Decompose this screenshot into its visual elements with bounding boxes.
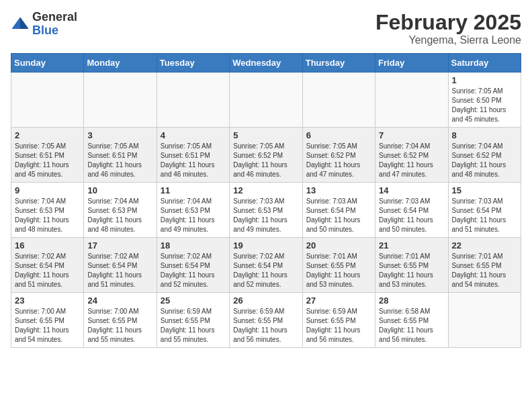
day-number: 11	[161, 185, 226, 195]
calendar-cell	[157, 73, 229, 128]
calendar-cell	[84, 73, 157, 128]
calendar-cell	[375, 73, 448, 128]
calendar-cell: 3Sunrise: 7:05 AMSunset: 6:51 PMDaylight…	[84, 128, 157, 183]
calendar-cell: 14Sunrise: 7:03 AMSunset: 6:54 PMDayligh…	[375, 183, 448, 238]
calendar-cell	[11, 73, 84, 128]
calendar-cell: 15Sunrise: 7:03 AMSunset: 6:54 PMDayligh…	[448, 183, 521, 238]
calendar-cell: 28Sunrise: 6:58 AMSunset: 6:55 PMDayligh…	[375, 293, 448, 348]
day-number: 3	[87, 130, 152, 140]
day-number: 24	[87, 295, 152, 306]
day-info: Sunrise: 7:03 AMSunset: 6:53 PMDaylight:…	[233, 197, 298, 234]
calendar-cell: 19Sunrise: 7:02 AMSunset: 6:54 PMDayligh…	[230, 238, 302, 293]
day-number: 17	[87, 240, 152, 250]
day-number: 19	[233, 240, 298, 250]
day-info: Sunrise: 7:00 AMSunset: 6:55 PMDaylight:…	[87, 307, 152, 345]
day-number: 12	[233, 185, 298, 195]
day-info: Sunrise: 7:05 AMSunset: 6:51 PMDaylight:…	[161, 142, 226, 179]
day-number: 4	[161, 130, 226, 140]
calendar-cell	[302, 73, 375, 128]
calendar-cell: 12Sunrise: 7:03 AMSunset: 6:53 PMDayligh…	[230, 183, 302, 238]
day-info: Sunrise: 7:03 AMSunset: 6:54 PMDaylight:…	[306, 197, 371, 234]
day-info: Sunrise: 7:03 AMSunset: 6:54 PMDaylight:…	[452, 197, 517, 234]
weekday-header: Wednesday	[230, 54, 302, 73]
calendar-cell: 18Sunrise: 7:02 AMSunset: 6:54 PMDayligh…	[157, 238, 229, 293]
day-number: 2	[15, 130, 80, 140]
calendar-cell: 16Sunrise: 7:02 AMSunset: 6:54 PMDayligh…	[11, 238, 84, 293]
day-number: 21	[379, 240, 444, 250]
day-info: Sunrise: 6:59 AMSunset: 6:55 PMDaylight:…	[161, 307, 226, 345]
day-number: 1	[452, 75, 517, 85]
calendar-cell: 6Sunrise: 7:05 AMSunset: 6:52 PMDaylight…	[302, 128, 375, 183]
day-info: Sunrise: 7:00 AMSunset: 6:55 PMDaylight:…	[15, 307, 80, 345]
calendar-cell: 7Sunrise: 7:04 AMSunset: 6:52 PMDaylight…	[375, 128, 448, 183]
calendar-week-row: 1Sunrise: 7:05 AMSunset: 6:50 PMDaylight…	[11, 73, 521, 128]
day-info: Sunrise: 7:05 AMSunset: 6:52 PMDaylight:…	[306, 142, 371, 179]
weekday-header: Thursday	[302, 54, 375, 73]
calendar-cell	[230, 73, 302, 128]
calendar-cell: 11Sunrise: 7:04 AMSunset: 6:53 PMDayligh…	[157, 183, 229, 238]
weekday-header: Friday	[375, 54, 448, 73]
day-info: Sunrise: 6:59 AMSunset: 6:55 PMDaylight:…	[233, 307, 298, 345]
calendar-week-row: 23Sunrise: 7:00 AMSunset: 6:55 PMDayligh…	[11, 293, 521, 348]
day-info: Sunrise: 7:05 AMSunset: 6:51 PMDaylight:…	[87, 142, 152, 179]
day-info: Sunrise: 7:02 AMSunset: 6:54 PMDaylight:…	[161, 252, 226, 289]
logo-blue: Blue	[32, 24, 77, 38]
day-number: 22	[452, 240, 517, 250]
weekday-header: Monday	[84, 54, 157, 73]
calendar-week-row: 2Sunrise: 7:05 AMSunset: 6:51 PMDaylight…	[11, 128, 521, 183]
calendar-cell: 9Sunrise: 7:04 AMSunset: 6:53 PMDaylight…	[11, 183, 84, 238]
day-info: Sunrise: 7:02 AMSunset: 6:54 PMDaylight:…	[87, 252, 152, 289]
day-number: 9	[15, 185, 80, 195]
logo-text: General Blue	[32, 11, 77, 38]
weekday-header: Saturday	[448, 54, 521, 73]
calendar-cell: 10Sunrise: 7:04 AMSunset: 6:53 PMDayligh…	[84, 183, 157, 238]
day-info: Sunrise: 7:04 AMSunset: 6:52 PMDaylight:…	[452, 142, 517, 179]
day-info: Sunrise: 7:04 AMSunset: 6:53 PMDaylight:…	[15, 197, 80, 234]
weekday-header-row: SundayMondayTuesdayWednesdayThursdayFrid…	[11, 54, 521, 73]
day-number: 13	[306, 185, 371, 195]
day-info: Sunrise: 7:02 AMSunset: 6:54 PMDaylight:…	[15, 252, 80, 289]
calendar-cell: 24Sunrise: 7:00 AMSunset: 6:55 PMDayligh…	[84, 293, 157, 348]
calendar-cell: 22Sunrise: 7:01 AMSunset: 6:55 PMDayligh…	[448, 238, 521, 293]
calendar-cell: 17Sunrise: 7:02 AMSunset: 6:54 PMDayligh…	[84, 238, 157, 293]
day-info: Sunrise: 7:01 AMSunset: 6:55 PMDaylight:…	[306, 252, 371, 289]
weekday-header: Tuesday	[157, 54, 229, 73]
day-number: 7	[379, 130, 444, 140]
calendar-cell: 26Sunrise: 6:59 AMSunset: 6:55 PMDayligh…	[230, 293, 302, 348]
calendar-cell: 13Sunrise: 7:03 AMSunset: 6:54 PMDayligh…	[302, 183, 375, 238]
day-number: 8	[452, 130, 517, 140]
day-number: 10	[87, 185, 152, 195]
month-title: February 2025	[375, 11, 521, 34]
calendar-cell	[448, 293, 521, 348]
day-info: Sunrise: 6:59 AMSunset: 6:55 PMDaylight:…	[306, 307, 371, 345]
calendar-cell: 4Sunrise: 7:05 AMSunset: 6:51 PMDaylight…	[157, 128, 229, 183]
page-header: General Blue February 2025 Yengema, Sier…	[11, 11, 521, 46]
location-title: Yengema, Sierra Leone	[375, 34, 521, 46]
day-number: 14	[379, 185, 444, 195]
logo-icon	[11, 15, 30, 34]
svg-marker-1	[20, 17, 29, 29]
calendar-cell: 1Sunrise: 7:05 AMSunset: 6:50 PMDaylight…	[448, 73, 521, 128]
day-info: Sunrise: 7:01 AMSunset: 6:55 PMDaylight:…	[379, 252, 444, 289]
calendar-cell: 5Sunrise: 7:05 AMSunset: 6:52 PMDaylight…	[230, 128, 302, 183]
day-info: Sunrise: 6:58 AMSunset: 6:55 PMDaylight:…	[379, 307, 444, 345]
calendar-table: SundayMondayTuesdayWednesdayThursdayFrid…	[11, 53, 521, 348]
day-info: Sunrise: 7:02 AMSunset: 6:54 PMDaylight:…	[233, 252, 298, 289]
weekday-header: Sunday	[11, 54, 84, 73]
day-number: 5	[233, 130, 298, 140]
day-number: 20	[306, 240, 371, 250]
day-info: Sunrise: 7:05 AMSunset: 6:51 PMDaylight:…	[15, 142, 80, 179]
day-number: 28	[379, 295, 444, 306]
day-info: Sunrise: 7:03 AMSunset: 6:54 PMDaylight:…	[379, 197, 444, 234]
logo: General Blue	[11, 11, 77, 38]
calendar-week-row: 9Sunrise: 7:04 AMSunset: 6:53 PMDaylight…	[11, 183, 521, 238]
day-number: 25	[161, 295, 226, 306]
day-number: 16	[15, 240, 80, 250]
calendar-cell: 27Sunrise: 6:59 AMSunset: 6:55 PMDayligh…	[302, 293, 375, 348]
day-info: Sunrise: 7:04 AMSunset: 6:53 PMDaylight:…	[87, 197, 152, 234]
day-info: Sunrise: 7:05 AMSunset: 6:50 PMDaylight:…	[452, 87, 517, 124]
calendar-cell: 8Sunrise: 7:04 AMSunset: 6:52 PMDaylight…	[448, 128, 521, 183]
day-info: Sunrise: 7:04 AMSunset: 6:53 PMDaylight:…	[161, 197, 226, 234]
calendar-cell: 25Sunrise: 6:59 AMSunset: 6:55 PMDayligh…	[157, 293, 229, 348]
day-number: 27	[306, 295, 371, 306]
